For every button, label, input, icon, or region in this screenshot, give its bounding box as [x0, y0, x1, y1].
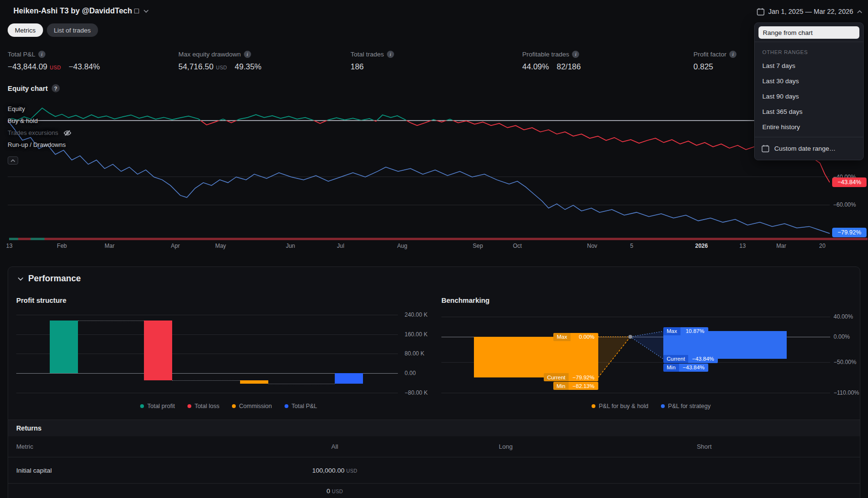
- y-tick: −80.00 K: [405, 389, 428, 396]
- metric-total-trades: Total trades 186: [351, 50, 394, 71]
- legend-runup-drawdowns[interactable]: Run-up / Drawdowns: [8, 139, 72, 151]
- metric-secondary: −43.84%: [68, 62, 100, 71]
- calendar-icon: [757, 8, 765, 16]
- equity-chart-plot[interactable]: [8, 100, 830, 240]
- legend-commission[interactable]: Commission: [232, 403, 272, 409]
- chevron-up-icon: [857, 10, 862, 13]
- menu-item-last-90-days[interactable]: Last 90 days: [755, 89, 863, 104]
- trade-strip-segment: [31, 238, 44, 240]
- x-tick: Mar: [776, 243, 786, 249]
- legend-trades-excursions[interactable]: Trades excursions: [8, 127, 72, 139]
- x-tick: 2026: [695, 243, 708, 249]
- date-range-text: Jan 1, 2025 — Mar 22, 2026: [769, 8, 853, 15]
- y-tick: 80.00 K: [405, 350, 424, 357]
- profit-structure-title: Profit structure: [16, 297, 66, 304]
- menu-item-custom-date-range[interactable]: Custom date range…: [755, 140, 863, 157]
- benchmarking-title: Benchmarking: [441, 297, 490, 304]
- row-label: Open P&L: [8, 490, 206, 498]
- metric-value: 54,716.50: [178, 62, 213, 71]
- equity-x-axis: 13FebMarAprMayJunJulAugSepOctNov5202613M…: [8, 243, 830, 251]
- returns-header-row: Metric All Long Short: [8, 436, 860, 457]
- y-tick: 40.00%: [834, 313, 853, 320]
- menu-item-last-365-days[interactable]: Last 365 days: [755, 104, 863, 119]
- date-range-control[interactable]: Jan 1, 2025 — Mar 22, 2026: [757, 5, 862, 18]
- trade-strip-segment: [44, 238, 868, 240]
- col-short: Short: [548, 443, 860, 450]
- buyhold-value-badge: −79.92%: [832, 228, 867, 237]
- x-tick: 13: [739, 243, 746, 249]
- help-icon[interactable]: [52, 84, 60, 92]
- chevron-down-icon: [18, 277, 23, 281]
- equity-legend: Equity Buy & hold Trades excursions Run-…: [8, 103, 72, 165]
- metric-label: Profitable trades: [522, 51, 569, 58]
- buyhold-current-badge: Current−79.92%: [544, 373, 598, 381]
- performance-panel: Performance Profit structure Benchmarkin…: [8, 266, 860, 498]
- strategy-max-badge: Max10.87%: [663, 327, 708, 335]
- info-icon[interactable]: [244, 51, 251, 58]
- legend-equity[interactable]: Equity: [8, 103, 72, 115]
- legend-total-profit[interactable]: Total profit: [140, 403, 175, 409]
- legend-total-loss[interactable]: Total loss: [187, 403, 220, 409]
- legend-buy-and-hold[interactable]: Buy & hold: [8, 115, 72, 127]
- benchmarking-chart[interactable]: Max0.00% Current−79.92% Min−82.13% Max10…: [441, 311, 860, 400]
- menu-item-entire-history[interactable]: Entire history: [755, 119, 863, 134]
- benchmarking-legend: P&L for buy & hold P&L for strategy: [441, 403, 860, 409]
- row-value-all: 0 USD: [206, 484, 464, 495]
- legend-pnl-buyhold[interactable]: P&L for buy & hold: [592, 403, 648, 409]
- strategy-min-badge: Min−43.84%: [663, 364, 708, 372]
- y-tick: −60.00%: [833, 201, 856, 208]
- col-all: All: [206, 443, 464, 450]
- legend-pnl-strategy[interactable]: P&L for strategy: [661, 403, 711, 409]
- buyhold-min-badge: Min−82.13%: [553, 382, 598, 390]
- collapse-legend-button[interactable]: [8, 156, 18, 165]
- metric-secondary: 49.35%: [235, 62, 262, 71]
- date-range-menu: Range from chart OTHER RANGES Last 7 day…: [754, 22, 864, 160]
- strategy-title[interactable]: Heiken-Ashi T3 by @DaviddTech □: [13, 7, 139, 15]
- x-tick: 13: [6, 243, 12, 249]
- waterfall-connector: [172, 380, 240, 381]
- x-tick: Jun: [286, 243, 295, 249]
- menu-item-range-from-chart[interactable]: Range from chart: [758, 26, 859, 39]
- y-tick: −50.00%: [834, 359, 857, 365]
- gridline: [16, 315, 398, 315]
- menu-divider: [755, 137, 863, 137]
- tab-metrics[interactable]: Metrics: [8, 23, 43, 37]
- returns-section-header: Returns: [8, 420, 860, 436]
- returns-table: Metric All Long Short Initial capital 10…: [8, 436, 860, 498]
- calendar-icon: [761, 144, 769, 153]
- metric-value: 44.09%: [522, 62, 549, 71]
- info-icon[interactable]: [572, 51, 579, 58]
- y-tick: 0.00%: [834, 333, 850, 340]
- profit-structure-chart[interactable]: 240.00 K160.00 K80.00 K0.00−80.00 K: [16, 311, 441, 400]
- info-icon[interactable]: [729, 51, 736, 58]
- x-tick: Aug: [397, 243, 407, 249]
- x-tick: Jul: [337, 243, 344, 249]
- strategy-tester-app: Heiken-Ashi T3 by @DaviddTech □ Jan 1, 2…: [0, 0, 868, 498]
- y-tick: 160.00 K: [405, 331, 428, 338]
- chevron-down-icon[interactable]: [143, 10, 149, 13]
- legend-total-pnl[interactable]: Total P&L: [285, 403, 318, 409]
- row-label: Initial capital: [8, 467, 206, 474]
- col-long: Long: [464, 443, 548, 450]
- view-tabs: Metrics List of trades: [8, 23, 98, 37]
- x-tick: Nov: [587, 243, 597, 249]
- info-icon[interactable]: [387, 51, 394, 58]
- strategy-current-badge: Current−43.84%: [663, 355, 718, 363]
- performance-header[interactable]: Performance: [18, 274, 81, 284]
- profit-structure-legend: Total profit Total loss Commission Total…: [16, 403, 441, 409]
- tab-list-of-trades[interactable]: List of trades: [47, 23, 98, 37]
- col-metric: Metric: [8, 443, 206, 450]
- waterfall-bar-commission: [240, 380, 268, 384]
- info-icon[interactable]: [38, 51, 45, 58]
- trade-strip-segment: [18, 238, 31, 240]
- eye-off-icon[interactable]: [63, 130, 72, 136]
- waterfall-bar-total-profit: [50, 321, 78, 373]
- equity-chart-title: Equity chart: [8, 84, 60, 92]
- waterfall-bar-total-p-l: [335, 373, 363, 384]
- x-tick: Mar: [105, 243, 115, 249]
- y-tick: 0.00: [405, 370, 416, 376]
- menu-item-last-30-days[interactable]: Last 30 days: [755, 73, 863, 89]
- menu-item-last-7-days[interactable]: Last 7 days: [755, 58, 863, 73]
- gridline: [16, 393, 398, 393]
- connector-dot: [628, 335, 632, 339]
